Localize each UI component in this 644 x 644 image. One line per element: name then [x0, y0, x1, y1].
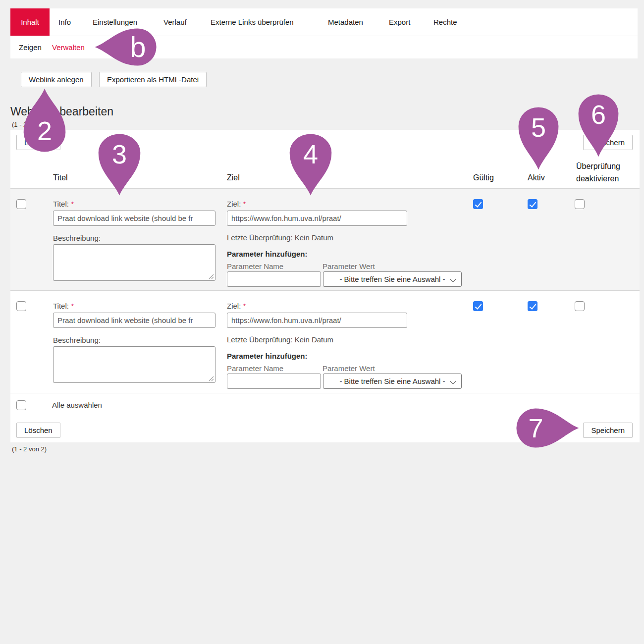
parameter-wert-selected-option: - Bitte treffen Sie eine Auswahl -: [339, 275, 445, 283]
required-asterisk: *: [71, 200, 74, 208]
ueberpruefung-deaktivieren-checkbox[interactable]: [575, 199, 585, 209]
parameter-wert-label: Parameter Wert: [322, 262, 375, 270]
column-header-titel: Titel: [53, 173, 68, 182]
tab-rechte[interactable]: Rechte: [433, 8, 457, 36]
gueltig-checkbox[interactable]: [473, 199, 483, 209]
gueltig-checkbox[interactable]: [473, 301, 483, 311]
column-header-gueltig: Gültig: [473, 173, 494, 182]
column-header-aktiv: Aktiv: [528, 173, 545, 182]
tab-info[interactable]: Info: [58, 8, 71, 36]
create-weblink-button[interactable]: Weblink anlegen: [21, 72, 92, 87]
column-header-ziel: Ziel: [227, 173, 240, 182]
parameter-hinzufuegen-label: Parameter hinzufügen:: [227, 352, 308, 360]
tab-metadaten[interactable]: Metadaten: [328, 8, 363, 36]
parameter-wert-selected-option: - Bitte treffen Sie eine Auswahl -: [339, 377, 445, 385]
result-range-bottom: (1 - 2 von 2): [12, 445, 47, 453]
ziel-input[interactable]: [227, 313, 407, 328]
column-header-ueberpruefung-line1: Überprüfung: [576, 162, 620, 170]
chevron-down-icon: [450, 378, 456, 384]
aktiv-checkbox[interactable]: [528, 301, 537, 311]
tab-verlauf[interactable]: Verlauf: [163, 8, 187, 36]
tab-inhalt[interactable]: Inhalt: [10, 8, 50, 36]
required-asterisk: *: [243, 302, 246, 310]
weblinks-table-panel: Löschen Speichern Titel Ziel Gültig Akti…: [10, 130, 640, 442]
resize-grip-icon: [209, 274, 214, 279]
tab-export[interactable]: Export: [389, 8, 410, 36]
chevron-down-icon: [450, 276, 456, 282]
result-range-top: (1 - 2 von 2): [12, 121, 47, 128]
delete-button-top[interactable]: Löschen: [16, 135, 60, 150]
letzte-ueberpruefung-text: Letzte Überprüfung: Kein Datum: [227, 335, 333, 344]
column-header-ueberpruefung-line2: deaktivieren: [576, 174, 619, 183]
parameter-wert-label: Parameter Wert: [322, 364, 375, 373]
table-row: Titel: * Beschreibung: Ziel: * Letzte Üb…: [10, 188, 640, 291]
save-button-top[interactable]: Speichern: [583, 135, 633, 150]
page-title: Weblinks bearbeiten: [10, 105, 113, 118]
titel-input[interactable]: [53, 313, 215, 328]
tab-einstellungen[interactable]: Einstellungen: [93, 8, 137, 36]
parameter-name-input[interactable]: [227, 374, 321, 389]
ueberpruefung-deaktivieren-checkbox[interactable]: [575, 301, 585, 311]
ziel-input[interactable]: [227, 211, 407, 226]
beschreibung-textarea[interactable]: [53, 244, 215, 281]
beschreibung-label: Beschreibung:: [53, 234, 101, 242]
row-select-checkbox[interactable]: [16, 199, 26, 209]
main-tabs: Inhalt Info Einstellungen Verlauf Extern…: [10, 8, 638, 36]
export-html-button[interactable]: Exportieren als HTML-Datei: [99, 72, 207, 87]
titel-input[interactable]: [53, 211, 215, 226]
table-row: Titel: * Beschreibung: Ziel: * Letzte Üb…: [10, 291, 640, 393]
resize-grip-icon: [209, 376, 214, 381]
delete-button-bottom[interactable]: Löschen: [16, 423, 60, 438]
letzte-ueberpruefung-text: Letzte Überprüfung: Kein Datum: [227, 233, 333, 242]
titel-label: Titel: *: [53, 200, 74, 208]
save-button-bottom[interactable]: Speichern: [583, 423, 633, 438]
parameter-hinzufuegen-label: Parameter hinzufügen:: [227, 250, 308, 258]
tab-externe-links-ueberpruefen[interactable]: Externe Links überprüfen: [211, 8, 294, 36]
parameter-name-label: Parameter Name: [227, 364, 283, 373]
parameter-name-input[interactable]: [227, 271, 321, 287]
beschreibung-textarea[interactable]: [53, 346, 215, 383]
column-header-ueberpruefung-deaktivieren: Überprüfung deaktivieren: [576, 160, 620, 185]
required-asterisk: *: [243, 200, 246, 208]
ziel-label: Ziel: *: [227, 200, 246, 208]
select-all-checkbox[interactable]: [16, 400, 26, 410]
required-asterisk: *: [71, 302, 74, 310]
subtab-verwalten[interactable]: Verwalten: [52, 36, 85, 58]
parameter-name-label: Parameter Name: [227, 262, 283, 270]
subtab-zeigen[interactable]: Zeigen: [19, 36, 42, 58]
parameter-wert-select[interactable]: - Bitte treffen Sie eine Auswahl -: [323, 271, 462, 287]
parameter-wert-select[interactable]: - Bitte treffen Sie eine Auswahl -: [323, 374, 462, 389]
select-all-label: Alle auswählen: [52, 401, 102, 409]
sub-tabs: Zeigen Verwalten: [10, 36, 638, 58]
header-bar: Inhalt Info Einstellungen Verlauf Extern…: [10, 8, 638, 58]
titel-label: Titel: *: [53, 302, 74, 310]
row-select-checkbox[interactable]: [16, 301, 26, 311]
aktiv-checkbox[interactable]: [528, 199, 537, 209]
ziel-label: Ziel: *: [227, 302, 246, 310]
beschreibung-label: Beschreibung:: [53, 336, 101, 344]
select-all-row: Alle auswählen: [10, 393, 640, 420]
